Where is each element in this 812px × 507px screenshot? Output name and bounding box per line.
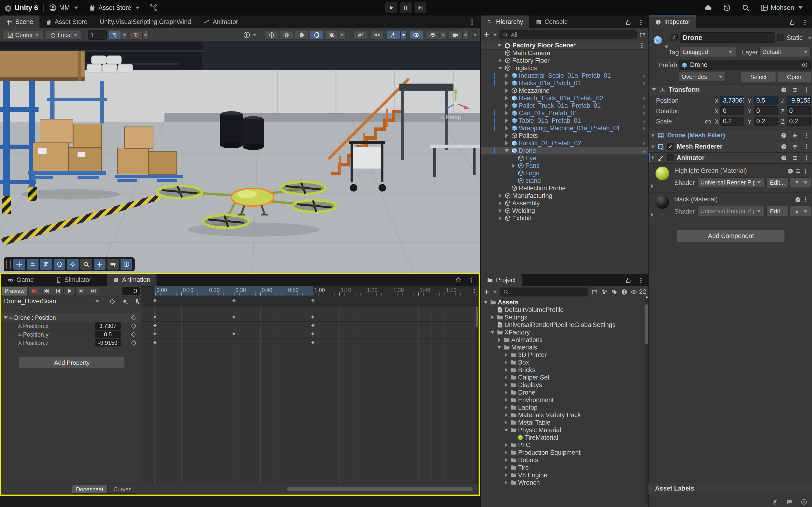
asset-labels-bar[interactable]: Asset Labels bbox=[649, 483, 812, 494]
project-item-animations[interactable]: Animations bbox=[481, 336, 644, 344]
fold-arrow[interactable] bbox=[512, 164, 515, 168]
hierarchy-item-forklift-01-prefab-02[interactable]: Forklift_01_Prefab_02› bbox=[481, 139, 649, 147]
cloud-icon[interactable] bbox=[704, 3, 712, 12]
fold-arrow[interactable] bbox=[505, 420, 507, 425]
static-caret[interactable] bbox=[808, 37, 812, 39]
record-button[interactable] bbox=[29, 286, 40, 296]
history-icon[interactable] bbox=[723, 3, 731, 12]
material-black-kebab-icon[interactable] bbox=[802, 196, 809, 203]
snap-grid-caret[interactable] bbox=[121, 30, 128, 40]
project-filter-label-icon[interactable] bbox=[611, 288, 618, 296]
add-keyframe-button[interactable] bbox=[121, 297, 129, 305]
fold-arrow[interactable] bbox=[505, 104, 508, 108]
project-item-settings[interactable]: Settings bbox=[481, 314, 644, 321]
goto-end-button[interactable] bbox=[87, 286, 99, 296]
tab-hierarchy[interactable]: Hierarchy bbox=[481, 15, 529, 29]
transform-component-header[interactable]: Transform ? bbox=[649, 84, 812, 95]
project-item-tirematerial[interactable]: TireMaterial bbox=[481, 434, 644, 441]
project-kebab-icon[interactable] bbox=[638, 277, 644, 284]
shading-shaded-wire-button[interactable] bbox=[280, 30, 293, 40]
active-checkbox[interactable]: ✓ bbox=[670, 34, 677, 41]
keyframe-position-x-60s[interactable] bbox=[310, 323, 315, 328]
animation-home-icon[interactable] bbox=[455, 276, 462, 284]
tool-orientation-dropdown[interactable]: Local bbox=[46, 30, 81, 40]
debug-draw-button[interactable] bbox=[325, 30, 338, 40]
fold-arrow[interactable] bbox=[505, 111, 508, 115]
transform-presets-icon[interactable] bbox=[792, 86, 798, 94]
tab-graph-window[interactable]: Unity.VisualScripting.GraphWindo bbox=[94, 15, 197, 29]
object-name-field[interactable]: Drone bbox=[680, 33, 775, 43]
tab-console[interactable]: Console bbox=[529, 15, 574, 29]
project-item-v8-engine[interactable]: V8 Engine bbox=[481, 471, 644, 479]
project-item-drone[interactable]: Drone bbox=[481, 389, 644, 396]
scale-z-field[interactable]: 0.2 bbox=[786, 117, 811, 125]
keyframe-summary-row[interactable] bbox=[142, 295, 478, 305]
tag-dropdown[interactable]: Untagged bbox=[679, 47, 736, 57]
prefab-object-field[interactable]: Drone bbox=[678, 60, 811, 70]
project-item-universalrenderpipelineglobalsettings[interactable]: UniversalRenderPipelineGlobalSettings bbox=[481, 321, 644, 329]
fold-arrow[interactable] bbox=[499, 58, 502, 63]
hierarchy-expand-icon[interactable] bbox=[639, 31, 646, 39]
fold-arrow[interactable] bbox=[505, 398, 507, 402]
scene-tabstrip-kebab-icon[interactable] bbox=[468, 18, 475, 26]
hierarchy-item-manufacturing[interactable]: Manufacturing bbox=[481, 192, 649, 200]
project-item-displays[interactable]: Displays bbox=[481, 381, 644, 389]
animation-timeline[interactable]: 0:000:100:200:300:400:501:001:101:201:30… bbox=[142, 286, 478, 495]
fold-arrow[interactable] bbox=[505, 481, 507, 485]
mesh-filter-help-icon[interactable]: ? bbox=[780, 132, 787, 139]
overlay-gizmos-button[interactable] bbox=[67, 259, 79, 270]
tab-game[interactable]: Game bbox=[1, 274, 40, 286]
hierarchy-item-table-01a-prefab-01[interactable]: Table_01a_Prefab_01› bbox=[481, 117, 649, 124]
tab-simulator[interactable]: Simulator bbox=[49, 274, 98, 286]
overlay-orientation-button[interactable] bbox=[94, 259, 105, 270]
hierarchy-item-reach-truck-01a-prefab-02[interactable]: Reach_Truck_01a_Prefab_02› bbox=[481, 94, 649, 102]
fold-arrow[interactable] bbox=[505, 73, 508, 78]
current-frame-field[interactable]: 0 bbox=[122, 287, 140, 295]
step-button[interactable] bbox=[414, 2, 426, 13]
project-item-assets[interactable]: Assets bbox=[481, 298, 644, 306]
project-add-button[interactable] bbox=[483, 288, 497, 295]
fold-arrow[interactable] bbox=[484, 301, 488, 304]
playhead[interactable] bbox=[155, 286, 155, 488]
animator-help-icon[interactable]: ? bbox=[780, 154, 787, 162]
prefab-open-chevron[interactable]: › bbox=[643, 79, 645, 87]
project-item-defaultvolumeprofile[interactable]: DefaultVolumeProfile bbox=[481, 306, 644, 314]
add-property-button[interactable]: Add Property bbox=[19, 357, 125, 368]
project-item-3d-printer[interactable]: 3D Printer bbox=[481, 351, 644, 359]
anim-value-field[interactable]: 0.5 bbox=[95, 331, 120, 338]
fold-arrow[interactable] bbox=[505, 465, 507, 470]
shading-wireframe-button[interactable] bbox=[265, 30, 278, 40]
snap-grid-toggle[interactable]: Y bbox=[109, 30, 121, 40]
project-filter-type-icon[interactable] bbox=[601, 288, 608, 296]
material-green-edit-button[interactable]: Edit... bbox=[766, 177, 789, 188]
account-menu[interactable]: MM bbox=[49, 4, 78, 12]
scale-x-field[interactable]: 0.2 bbox=[720, 117, 744, 125]
effects-toggle[interactable] bbox=[387, 30, 400, 40]
anim-value-field[interactable]: 3.7307 bbox=[95, 323, 120, 330]
hierarchy-item-welding[interactable]: Welding bbox=[481, 207, 649, 215]
mesh-filter-kebab-icon[interactable] bbox=[803, 132, 810, 139]
tool-handle-dropdown[interactable]: Center bbox=[2, 30, 44, 40]
fold-arrow[interactable] bbox=[505, 133, 508, 138]
fold-arrow[interactable] bbox=[505, 149, 509, 152]
fold-arrow[interactable] bbox=[505, 360, 507, 364]
anim-property-position-y[interactable]: Position.y0.5 bbox=[1, 330, 142, 339]
fold-arrow[interactable] bbox=[505, 443, 507, 447]
hierarchy-add-button[interactable] bbox=[483, 31, 497, 38]
fold-arrow[interactable] bbox=[4, 316, 8, 319]
hierarchy-item-exhibit[interactable]: Exhibit bbox=[481, 215, 649, 222]
effects-caret[interactable] bbox=[400, 30, 406, 40]
keyframe-position-y-30s[interactable] bbox=[231, 331, 237, 337]
scene-fold-arrow[interactable] bbox=[497, 44, 501, 47]
clip-dropdown[interactable] bbox=[95, 300, 99, 302]
fold-arrow[interactable] bbox=[505, 353, 507, 357]
hierarchy-item-stand[interactable]: stand bbox=[481, 177, 649, 184]
fold-arrow[interactable] bbox=[505, 450, 507, 455]
prefab-open-chevron[interactable]: › bbox=[643, 139, 645, 147]
previous-key-button[interactable] bbox=[52, 286, 64, 296]
audio-toggle[interactable] bbox=[370, 30, 384, 40]
hierarchy-item-assembly[interactable]: Assembly bbox=[481, 200, 649, 207]
fold-arrow[interactable] bbox=[505, 368, 507, 372]
scale-y-field[interactable]: 0.2 bbox=[754, 117, 778, 125]
position-x-field[interactable]: 3.73066 bbox=[720, 96, 744, 105]
